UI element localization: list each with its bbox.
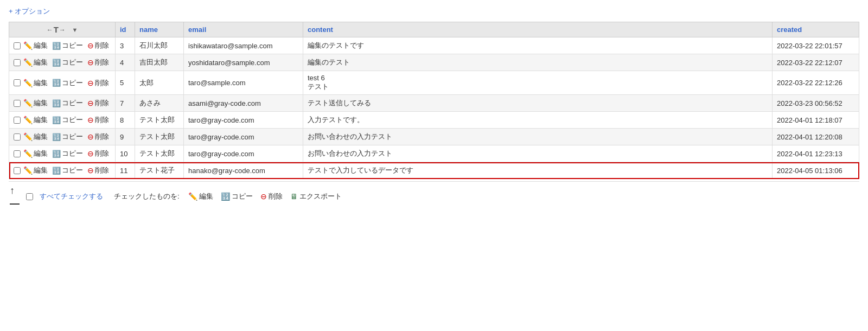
select-all-link[interactable]: すべてチェックする — [40, 192, 103, 201]
delete-label: 削除 — [95, 78, 109, 88]
footer-edit-button[interactable]: ✏️ 編集 — [186, 190, 215, 202]
edit-button[interactable]: ✏️ 編集 — [22, 98, 49, 109]
row-checkbox[interactable] — [14, 117, 21, 124]
row-actions: ✏️ 編集 🔢 コピー ⊖ 削除 — [14, 148, 111, 159]
row-checkbox[interactable] — [14, 167, 21, 174]
cell-id: 11 — [116, 162, 135, 179]
edit-icon: ✏️ — [188, 192, 197, 201]
delete-button[interactable]: ⊖ 削除 — [86, 131, 111, 142]
copy-button[interactable]: 🔢 コピー — [50, 98, 85, 109]
cell-content: 入力テストです。 — [303, 112, 773, 129]
delete-button[interactable]: ⊖ 削除 — [86, 114, 111, 125]
delete-icon: ⊖ — [87, 149, 94, 158]
copy-label: コピー — [62, 115, 83, 125]
cell-id: 3 — [116, 37, 135, 54]
batch-label: チェックしたものを: — [114, 192, 180, 201]
delete-icon: ⊖ — [87, 99, 94, 107]
row-actions-cell: ✏️ 編集 🔢 コピー ⊖ 削除 — [9, 54, 116, 71]
cell-created: 2022-03-23 00:56:52 — [773, 95, 859, 112]
scroll-up-icon[interactable]: ↑ — [10, 185, 20, 208]
cell-created: 2022-03-22 22:12:07 — [773, 54, 859, 71]
delete-label: 削除 — [95, 115, 109, 125]
row-checkbox[interactable] — [14, 79, 21, 86]
footer-checkbox[interactable] — [26, 193, 33, 200]
row-checkbox[interactable] — [14, 150, 21, 157]
copy-button[interactable]: 🔢 コピー — [50, 114, 85, 125]
edit-label: 編集 — [34, 132, 48, 142]
cell-created: 2022-04-01 12:23:13 — [773, 145, 859, 162]
edit-label: 編集 — [34, 149, 48, 158]
table-row: ✏️ 編集 🔢 コピー ⊖ 削除 4吉田太郎yoshidataro@sample… — [9, 54, 859, 71]
edit-icon: ✏️ — [23, 58, 33, 67]
cell-name: テスト花子 — [135, 162, 184, 179]
row-actions-cell: ✏️ 編集 🔢 コピー ⊖ 削除 — [9, 129, 116, 145]
edit-button[interactable]: ✏️ 編集 — [22, 57, 49, 68]
delete-button[interactable]: ⊖ 削除 — [86, 40, 111, 51]
cell-id: 10 — [116, 145, 135, 162]
cell-email: taro@gray-code.com — [184, 129, 303, 145]
delete-label: 削除 — [95, 58, 109, 67]
edit-label: 編集 — [34, 78, 48, 88]
row-actions: ✏️ 編集 🔢 コピー ⊖ 削除 — [14, 114, 111, 125]
copy-button[interactable]: 🔢 コピー — [50, 148, 85, 159]
cell-id: 9 — [116, 129, 135, 145]
edit-button[interactable]: ✏️ 編集 — [22, 78, 49, 88]
copy-button[interactable]: 🔢 コピー — [50, 78, 85, 88]
row-actions: ✏️ 編集 🔢 コピー ⊖ 削除 — [14, 98, 111, 109]
copy-button[interactable]: 🔢 コピー — [50, 40, 85, 51]
cell-email: taro@gray-code.com — [184, 145, 303, 162]
copy-button[interactable]: 🔢 コピー — [50, 165, 85, 176]
cell-name: 石川太郎 — [135, 37, 184, 54]
edit-button[interactable]: ✏️ 編集 — [22, 40, 49, 51]
edit-icon: ✏️ — [23, 116, 33, 124]
edit-icon: ✏️ — [23, 79, 33, 87]
delete-button[interactable]: ⊖ 削除 — [86, 78, 111, 88]
edit-button[interactable]: ✏️ 編集 — [22, 114, 49, 125]
copy-label: コピー — [62, 132, 83, 142]
cell-email: taro@gray-code.com — [184, 112, 303, 129]
edit-button[interactable]: ✏️ 編集 — [22, 165, 49, 176]
copy-icon: 🔢 — [52, 116, 61, 124]
copy-icon: 🔢 — [52, 99, 61, 107]
delete-button[interactable]: ⊖ 削除 — [86, 98, 111, 109]
cell-content: 編集のテストです — [303, 37, 773, 54]
delete-button[interactable]: ⊖ 削除 — [86, 57, 111, 68]
footer-copy-label: コピー — [232, 192, 253, 201]
copy-label: コピー — [62, 98, 83, 108]
copy-button[interactable]: 🔢 コピー — [50, 131, 85, 142]
cell-name: テスト太郎 — [135, 112, 184, 129]
cell-name: あさみ — [135, 95, 184, 112]
footer-copy-button[interactable]: 🔢 コピー — [219, 190, 255, 202]
row-checkbox[interactable] — [14, 100, 21, 107]
copy-label: コピー — [62, 41, 83, 50]
edit-label: 編集 — [34, 41, 48, 50]
copy-label: コピー — [62, 58, 83, 67]
footer-actions: ✏️ 編集 🔢 コピー ⊖ 削除 🖥 エクスポート — [186, 190, 344, 202]
edit-icon: ✏️ — [23, 132, 33, 141]
delete-label: 削除 — [95, 149, 109, 158]
cell-email: yoshidataro@sample.com — [184, 54, 303, 71]
copy-label: コピー — [62, 78, 83, 88]
footer-delete-button[interactable]: ⊖ 削除 — [258, 190, 285, 202]
options-link[interactable]: + オプション — [9, 7, 50, 16]
copy-button[interactable]: 🔢 コピー — [50, 57, 85, 68]
col-header-id: id — [116, 22, 135, 37]
data-table: ←T→ ▼ id name email content created ✏️ 編… — [9, 22, 859, 179]
row-checkbox[interactable] — [14, 133, 21, 141]
footer-export-button[interactable]: 🖥 エクスポート — [288, 190, 344, 202]
row-checkbox[interactable] — [14, 42, 21, 49]
delete-label: 削除 — [95, 166, 109, 175]
cell-content: お問い合わせの入力テスト — [303, 145, 773, 162]
cell-created: 2022-04-01 12:20:08 — [773, 129, 859, 145]
delete-button[interactable]: ⊖ 削除 — [86, 148, 111, 159]
resize-icons: ←T→ — [47, 25, 66, 34]
copy-icon: 🔢 — [52, 59, 61, 67]
sort-icon[interactable]: ▼ — [72, 27, 78, 33]
row-actions-cell: ✏️ 編集 🔢 コピー ⊖ 削除 — [9, 162, 116, 179]
row-checkbox[interactable] — [14, 59, 21, 66]
delete-button[interactable]: ⊖ 削除 — [86, 165, 111, 176]
cell-content: test 6テスト — [303, 71, 773, 95]
edit-button[interactable]: ✏️ 編集 — [22, 131, 49, 142]
edit-icon: ✏️ — [23, 41, 33, 50]
edit-button[interactable]: ✏️ 編集 — [22, 148, 49, 159]
